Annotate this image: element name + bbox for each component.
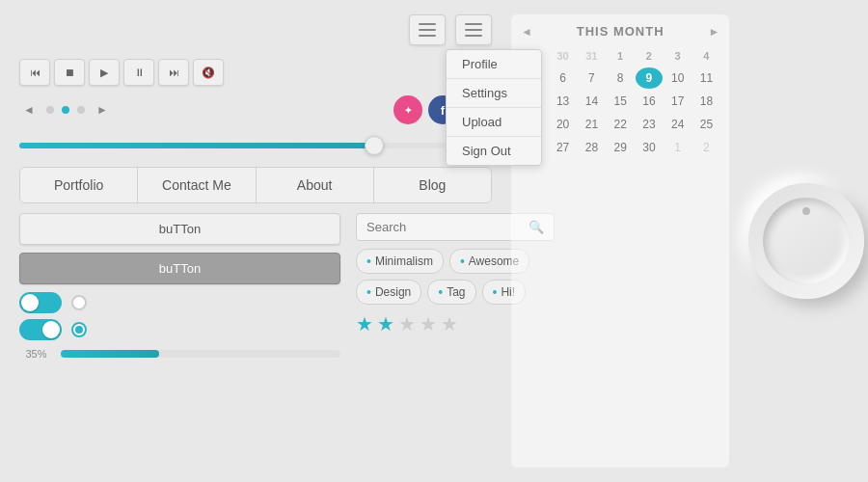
cal-day-8[interactable]: 8 bbox=[607, 67, 634, 89]
knob-outer[interactable] bbox=[748, 183, 864, 299]
cal-day-27[interactable]: 27 bbox=[550, 137, 577, 158]
knob-inner[interactable] bbox=[763, 198, 850, 284]
radio-button-1[interactable] bbox=[71, 295, 87, 310]
tag-tag[interactable]: •Tag bbox=[427, 280, 475, 305]
toggle-2[interactable] bbox=[19, 319, 62, 340]
nav-dot-2[interactable] bbox=[62, 106, 69, 114]
cal-header-3: 3 bbox=[665, 46, 692, 66]
hamburger-line bbox=[419, 29, 436, 31]
calendar-header: ◄ THIS MONTH ► bbox=[521, 24, 719, 39]
plain-button[interactable]: buTTon bbox=[19, 213, 340, 245]
cal-header-1: 1 bbox=[607, 46, 634, 66]
radio-inner bbox=[75, 326, 83, 334]
calendar: ◄ THIS MONTH ► 30 31 1 2 3 4 5 6 7 8 9 1… bbox=[511, 14, 729, 468]
cal-header-30: 30 bbox=[550, 46, 577, 66]
cal-day-24[interactable]: 24 bbox=[665, 114, 692, 135]
dropdown-wrapper: Profile Settings Upload Sign Out bbox=[455, 14, 492, 45]
nav-dot-1[interactable] bbox=[46, 106, 54, 114]
main-slider[interactable] bbox=[19, 134, 492, 157]
toggle-thumb-2 bbox=[42, 321, 60, 338]
rewind-button[interactable]: ⏮ bbox=[19, 59, 50, 86]
toggles-section bbox=[19, 292, 340, 340]
knob-indicator-dot bbox=[802, 207, 810, 215]
cal-day-16[interactable]: 16 bbox=[636, 91, 663, 112]
cal-day-17[interactable]: 17 bbox=[665, 91, 692, 112]
hamburger-line bbox=[465, 29, 482, 31]
bottom-section: buTTon buTTon bbox=[19, 213, 492, 360]
hamburger-button-1[interactable] bbox=[409, 14, 446, 45]
dropdown-item-settings[interactable]: Settings bbox=[447, 79, 541, 108]
toggle-1[interactable] bbox=[19, 292, 62, 313]
play-button[interactable]: ▶ bbox=[89, 59, 120, 86]
search-input[interactable] bbox=[366, 220, 529, 234]
cal-day-next-1[interactable]: 1 bbox=[665, 137, 692, 158]
star-2[interactable]: ★ bbox=[377, 312, 394, 335]
calendar-prev-arrow[interactable]: ◄ bbox=[521, 25, 532, 39]
nav-tabs: Portfolio Contact Me About Blog bbox=[19, 167, 492, 203]
forward-button[interactable]: ⏭ bbox=[158, 59, 189, 86]
cal-header-4: 4 bbox=[693, 46, 720, 66]
mute-button[interactable]: 🔇 bbox=[193, 59, 224, 86]
dropdown-item-upload[interactable]: Upload bbox=[447, 108, 541, 137]
star-5[interactable]: ★ bbox=[441, 312, 458, 335]
toggle-thumb-1 bbox=[21, 294, 39, 311]
buttons-column: buTTon buTTon bbox=[19, 213, 340, 360]
stop-button[interactable]: ⏹ bbox=[54, 59, 85, 86]
cal-day-15[interactable]: 15 bbox=[607, 91, 634, 112]
pause-button[interactable]: ⏸ bbox=[123, 59, 154, 86]
cal-day-25[interactable]: 25 bbox=[693, 114, 720, 135]
dropdown-item-signout[interactable]: Sign Out bbox=[447, 137, 541, 165]
cal-header-2: 2 bbox=[636, 46, 663, 66]
slider-track bbox=[19, 143, 492, 148]
cal-day-28[interactable]: 28 bbox=[579, 137, 606, 158]
cal-day-21[interactable]: 21 bbox=[579, 114, 606, 135]
cal-day-18[interactable]: 18 bbox=[693, 91, 720, 112]
hamburger-line bbox=[419, 23, 436, 25]
dribbble-icon[interactable]: ✦ bbox=[393, 95, 422, 124]
progress-label: 35% bbox=[19, 348, 53, 360]
cal-day-29[interactable]: 29 bbox=[607, 137, 634, 158]
star-4[interactable]: ★ bbox=[420, 312, 437, 335]
hamburger-button-2[interactable] bbox=[455, 14, 492, 45]
cal-day-10[interactable]: 10 bbox=[665, 67, 692, 89]
nav-right-arrow[interactable]: ► bbox=[93, 101, 112, 119]
tag-minimalism[interactable]: •Minimalism bbox=[356, 249, 444, 274]
tab-portfolio[interactable]: Portfolio bbox=[20, 168, 138, 202]
progress-track bbox=[61, 350, 340, 358]
cal-day-9[interactable]: 9 bbox=[636, 67, 663, 89]
tag-design[interactable]: •Design bbox=[356, 280, 421, 305]
tab-blog[interactable]: Blog bbox=[374, 168, 491, 202]
dark-button[interactable]: buTTon bbox=[19, 253, 340, 284]
radio-button-2[interactable] bbox=[71, 322, 87, 337]
cal-header-31: 31 bbox=[579, 46, 606, 66]
right-panel: ◄ THIS MONTH ► 30 31 1 2 3 4 5 6 7 8 9 1… bbox=[511, 14, 868, 468]
cal-day-11[interactable]: 11 bbox=[693, 67, 720, 89]
cal-day-next-2[interactable]: 2 bbox=[693, 137, 720, 158]
cal-day-13[interactable]: 13 bbox=[550, 91, 577, 112]
dropdown-item-profile[interactable]: Profile bbox=[447, 50, 541, 79]
nav-left-arrow[interactable]: ◄ bbox=[19, 101, 39, 119]
star-3[interactable]: ★ bbox=[398, 312, 416, 335]
cal-day-7[interactable]: 7 bbox=[579, 67, 606, 89]
hamburger-line bbox=[465, 35, 482, 37]
toggle-row-2 bbox=[19, 319, 340, 340]
cal-day-14[interactable]: 14 bbox=[579, 91, 606, 112]
cal-day-20[interactable]: 20 bbox=[550, 114, 577, 135]
nav-dots-row: ◄ ► ✦ f t bbox=[19, 95, 492, 124]
calendar-grid: 30 31 1 2 3 4 5 6 7 8 9 10 11 12 13 14 1… bbox=[521, 46, 719, 158]
hamburger-line bbox=[465, 23, 482, 25]
tab-contact[interactable]: Contact Me bbox=[138, 168, 256, 202]
nav-dot-3[interactable] bbox=[77, 106, 85, 114]
calendar-next-arrow[interactable]: ► bbox=[708, 25, 719, 39]
progress-row: 35% bbox=[19, 348, 340, 360]
slider-thumb[interactable] bbox=[365, 136, 384, 155]
cal-day-23[interactable]: 23 bbox=[636, 114, 663, 135]
slider-fill bbox=[19, 143, 374, 148]
progress-fill bbox=[61, 350, 159, 358]
cal-day-30[interactable]: 30 bbox=[636, 137, 663, 158]
cal-day-22[interactable]: 22 bbox=[607, 114, 634, 135]
tab-about[interactable]: About bbox=[257, 168, 374, 202]
cal-day-6[interactable]: 6 bbox=[550, 67, 577, 89]
toggle-row-1 bbox=[19, 292, 340, 313]
star-1[interactable]: ★ bbox=[356, 312, 373, 335]
